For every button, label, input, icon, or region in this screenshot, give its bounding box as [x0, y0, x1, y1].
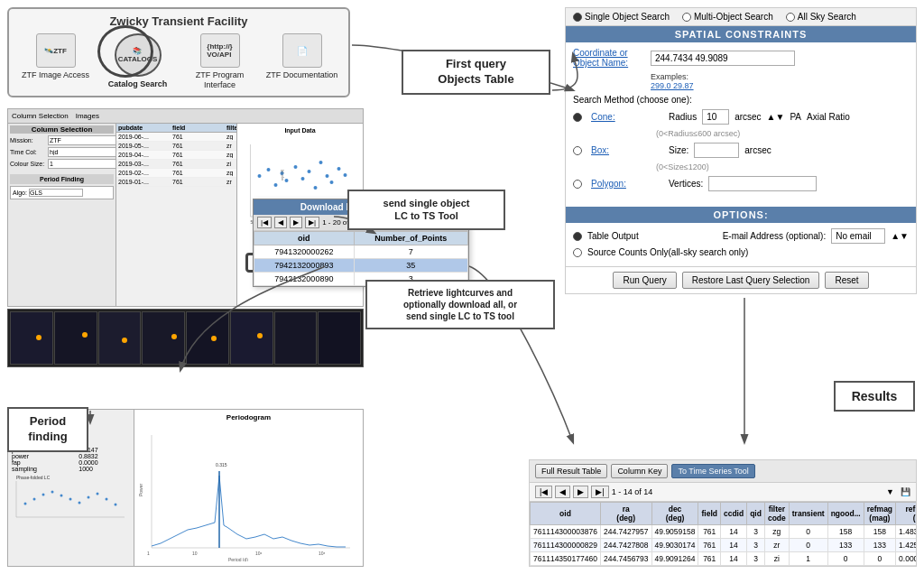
table-output-radio[interactable]: [573, 232, 582, 241]
results-table-container: oid ra(deg) dec(deg) field ccdid qid fil…: [530, 502, 916, 566]
polygon-vertices-input[interactable]: [708, 176, 817, 191]
download-icon[interactable]: 💾: [901, 487, 910, 496]
results-first-btn[interactable]: |◀: [535, 486, 552, 498]
table-row[interactable]: 2019-03-...761zi244.743: [116, 160, 236, 169]
phase-chart: Phase-folded LC: [12, 472, 129, 522]
results-toolbar: Full Result Table Column Key To Time Ser…: [530, 460, 916, 483]
polygon-radio[interactable]: [573, 180, 582, 189]
strip-dot-1: [36, 335, 42, 340]
search-method-label: Search Method (choose one):: [573, 95, 692, 105]
ztf-image-icon: 🛰️ZTF: [36, 33, 76, 68]
svg-point-2: [258, 174, 262, 178]
single-object-radio[interactable]: [573, 13, 582, 22]
col-ngood: ngood...: [827, 503, 864, 525]
email-input[interactable]: [831, 228, 885, 244]
email-label: E-mail Address (optional):: [723, 231, 827, 241]
strip-dot-4: [171, 334, 177, 339]
coord-label: Coordinate orObject Name:: [573, 48, 645, 68]
vo-api-icon: {http://}VO/API: [200, 33, 240, 68]
lc-row-2[interactable]: 7942132000893 35: [254, 259, 468, 273]
filter-icon[interactable]: ▼: [886, 487, 894, 496]
source-counts-radio[interactable]: [573, 248, 582, 257]
result-row-3[interactable]: 761114350177460 244.7456793 49.9091264 7…: [531, 552, 917, 566]
strip-image-3[interactable]: [98, 311, 142, 365]
results-prev-btn[interactable]: ◀: [555, 486, 570, 498]
table-row[interactable]: 2019-05-...761zr244.742: [116, 142, 236, 151]
strip-image-7[interactable]: [274, 311, 318, 365]
col-transient: transient: [789, 503, 827, 525]
strip-image-2[interactable]: [54, 311, 97, 365]
result-row-1[interactable]: 761114300003876 244.7427957 49.9059158 7…: [531, 525, 917, 539]
viewer-table-body: 2019-06-...761zg244.742 2019-05-...761zr…: [116, 133, 236, 306]
results-pagination: |◀ ◀ ▶ ▶| 1 - 14 of 14 ▼ 💾: [530, 483, 916, 502]
strip-image-6[interactable]: [230, 311, 273, 365]
viewer-mission-row: Mission:: [10, 135, 114, 145]
strip-image-4[interactable]: [142, 311, 185, 365]
callout-send-box: send single objectLC to TS Tool: [347, 190, 505, 230]
lc-next-btn[interactable]: ▶: [290, 217, 302, 228]
polygon-row: Polygon: Vertices:: [573, 176, 909, 191]
periodogram-chart: 0.315 1 10 10² 10³ Period (d) Power: [138, 421, 355, 561]
svg-point-29: [79, 502, 81, 505]
table-row[interactable]: 2019-01-...761zr244.742: [116, 178, 236, 187]
viewer-colour-row: Colour Size:: [10, 159, 114, 169]
result-row-2[interactable]: 761114300000829 244.7427808 49.9030174 7…: [531, 539, 917, 552]
documentation[interactable]: 📄 ZTF Documentation: [266, 33, 338, 80]
viewer-left-title: Column Selection: [10, 125, 114, 134]
polygon-label: Polygon:: [591, 179, 663, 189]
col-filtercode: filter: [226, 125, 236, 131]
table-row[interactable]: 2019-02-...761zg244.744: [116, 169, 236, 178]
lc-row-1[interactable]: 7941320000262 7: [254, 245, 468, 259]
multi-object-radio[interactable]: [682, 13, 691, 22]
col-oid: oid: [531, 503, 601, 525]
box-size-input[interactable]: [694, 143, 739, 158]
run-query-button[interactable]: Run Query: [613, 272, 676, 289]
irsa-spatial-title: SPATIAL CONSTRAINTS: [566, 26, 916, 42]
period-input-area: Algo:: [10, 186, 114, 199]
cone-row: Cone: Radius arcsec ▲▼ PA Axial Ratio: [573, 109, 909, 125]
period-finding-label: Period Finding: [10, 174, 114, 184]
cone-radius-input[interactable]: [702, 109, 729, 125]
algo-input[interactable]: [29, 189, 83, 197]
svg-point-10: [314, 186, 318, 190]
all-sky-search[interactable]: All Sky Search: [786, 12, 856, 22]
results-last-btn[interactable]: ▶|: [591, 486, 608, 498]
strip-image-8[interactable]: [318, 311, 361, 365]
time-series-tool-btn[interactable]: To Time Series Tool: [671, 464, 754, 478]
single-object-search[interactable]: Single Object Search: [573, 12, 670, 22]
lc-table: oid Number_of_Points 7941320000262 7 794…: [254, 231, 468, 286]
viewer-colour-input[interactable]: [48, 159, 116, 169]
full-result-table-btn[interactable]: Full Result Table: [535, 464, 607, 478]
lc-last-btn[interactable]: ▶|: [305, 217, 319, 228]
results-next-btn[interactable]: ▶: [573, 486, 588, 498]
examples-note: Examples: 299.0 29.87: [651, 72, 694, 90]
catalog-search-label: Catalog Search: [108, 79, 168, 89]
column-key-btn[interactable]: Column Key: [611, 464, 668, 478]
ztf-image-access[interactable]: 🛰️ZTF ZTF Image Access: [20, 33, 92, 80]
search-method-row: Search Method (choose one):: [573, 95, 909, 105]
results-table: oid ra(deg) dec(deg) field ccdid qid fil…: [530, 502, 916, 566]
cone-radio[interactable]: [573, 113, 582, 122]
cone-label: Cone:: [591, 112, 663, 122]
lc-prev-btn[interactable]: ◀: [274, 217, 287, 228]
multi-object-search[interactable]: Multi-Object Search: [682, 12, 773, 22]
reset-button[interactable]: Reset: [825, 272, 868, 289]
coord-input[interactable]: [651, 51, 795, 66]
irsa-options-title: OPTIONS:: [566, 207, 916, 223]
examples-row: Examples: 299.0 29.87: [573, 72, 909, 90]
box-radio[interactable]: [573, 146, 582, 155]
table-row[interactable]: 2019-06-...761zg244.742: [116, 133, 236, 142]
viewer-mission-input[interactable]: [48, 135, 116, 145]
strip-image-1[interactable]: [10, 311, 53, 365]
lc-col-points: Number_of_Points: [354, 232, 467, 245]
table-row[interactable]: 2019-04-...761zg244.743: [116, 151, 236, 160]
viewer-time-input[interactable]: [48, 147, 116, 157]
lc-first-btn[interactable]: |◀: [257, 217, 272, 228]
restore-query-button[interactable]: Restore Last Query Selection: [682, 272, 820, 289]
viewer-chart-title: Input Data: [241, 127, 359, 134]
vo-api[interactable]: {http://}VO/API ZTF Program Interface: [184, 33, 256, 90]
col-refmag: refmag(mag): [864, 503, 895, 525]
all-sky-radio[interactable]: [786, 13, 795, 22]
strip-image-5[interactable]: [186, 311, 229, 365]
doc-icon: 📄: [282, 33, 322, 68]
